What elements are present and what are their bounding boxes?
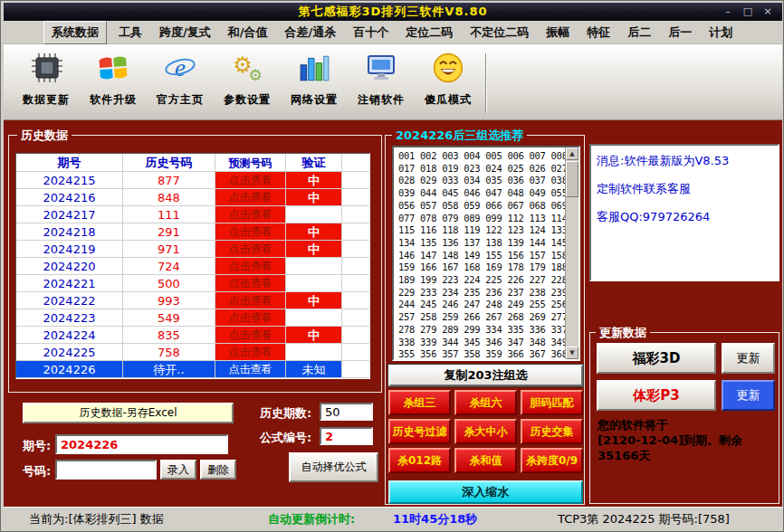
table-header: 期号 历史号码 预测号码 验证 — [16, 154, 369, 172]
enter-button[interactable]: 录入 — [160, 460, 196, 480]
status-current-data: 当前为:[体彩排列三] 数据 — [29, 508, 164, 530]
svg-text:⚙: ⚙ — [248, 66, 262, 84]
menu-tab[interactable]: 百十个 — [348, 21, 394, 44]
toolbar-label: 软件升级 — [90, 92, 137, 108]
table-row: 2024218 291 点击查看 中 — [16, 223, 369, 241]
maximize-button[interactable]: □ — [741, 5, 755, 18]
toolbar-label: 参数设置 — [224, 92, 271, 108]
copy-selection-button[interactable]: 复制203注组选 — [388, 365, 583, 386]
menu-tab[interactable]: 计划 — [703, 21, 738, 44]
status-countdown-label: 自动更新倒计时: — [268, 508, 355, 530]
gears-icon: ⚙⚙ — [214, 50, 281, 90]
menu-tab[interactable]: 不定位二码 — [464, 21, 534, 44]
menu-tab[interactable]: 后二 — [622, 21, 656, 44]
periods-label: 历史期数: — [260, 405, 311, 422]
toolbar-network-button[interactable]: 网络设置 — [281, 50, 348, 108]
scroll-up-icon[interactable]: ▲ — [566, 147, 578, 160]
toolbar: 数据更新 软件升级 e 官方主页 ⚙⚙ 参数设置 网络设置 — [4, 44, 782, 120]
scrollbar[interactable]: ▲ ▼ — [565, 147, 578, 359]
window-title: 第七感福彩3D排列三软件V8.80 — [4, 4, 782, 20]
number-cell: 724 — [123, 258, 215, 275]
scroll-down-icon[interactable]: ▼ — [566, 347, 578, 359]
update-group-title: 更新数据 — [596, 325, 650, 341]
recommend-group-title: 2024226后三组选推荐 — [392, 128, 527, 144]
predict-link[interactable]: 点击查看 — [215, 258, 286, 275]
verify-cell: 中 — [286, 172, 342, 189]
number-input[interactable] — [55, 460, 157, 480]
col-history-number: 历史号码 — [123, 154, 215, 172]
menu-tab[interactable]: 和/合值 — [223, 21, 273, 44]
filter-kill-012-button[interactable]: 杀012路 — [388, 448, 451, 473]
period-cell: 2024223 — [16, 309, 123, 327]
verify-cell — [286, 275, 342, 292]
table-row: 2024224 835 点击查看 中 — [16, 327, 369, 344]
predict-link[interactable]: 点击查看 — [215, 223, 286, 241]
verify-cell: 中 — [286, 327, 342, 344]
filter-kill-group6-button[interactable]: 杀组六 — [454, 390, 517, 415]
toolbar-simple-mode-button[interactable]: 傻瓜模式 — [415, 50, 482, 108]
filter-kill-group3-button[interactable]: 杀组三 — [388, 390, 451, 415]
menu-tab-system-data[interactable]: 系统数据 — [43, 21, 107, 44]
menu-tab[interactable]: 跨度/复式 — [154, 21, 216, 44]
toolbar-data-update-button[interactable]: 数据更新 — [13, 50, 80, 108]
menu-tab[interactable]: 后一 — [663, 21, 697, 44]
predict-link[interactable]: 点击查看 — [215, 327, 286, 344]
delete-button[interactable]: 删除 — [200, 460, 236, 480]
table-row: 2024217 111 点击查看 — [16, 206, 369, 223]
predict-link[interactable]: 点击查看 — [215, 172, 286, 189]
update-fucai-button[interactable]: 更新 — [722, 343, 775, 374]
predict-link[interactable]: 点击查看 — [215, 189, 286, 206]
number-cell: 待开.. — [123, 361, 215, 378]
window-controls: – □ × — [721, 5, 775, 18]
verify-cell — [286, 344, 342, 361]
table-row: 2024219 971 点击查看 中 — [16, 241, 369, 258]
menu-tab[interactable]: 定位二码 — [400, 21, 458, 44]
ticaip3-button[interactable]: 体彩P3 — [597, 380, 716, 411]
toolbar-upgrade-button[interactable]: 软件升级 — [80, 50, 147, 108]
toolbar-separator — [485, 53, 487, 113]
predict-link[interactable]: 点击查看 — [215, 241, 286, 258]
filter-kill-sum-button[interactable]: 杀和值 — [454, 448, 517, 473]
toolbar-logout-button[interactable]: 注销软件 — [348, 50, 415, 108]
minimize-button[interactable]: – — [721, 5, 735, 18]
col-filler — [342, 154, 369, 172]
period-cell: 2024221 — [16, 275, 123, 292]
menu-bar: 系统数据 工具 跨度/复式 和/合值 合差/通杀 百十个 定位二码 不定位二码 … — [4, 21, 782, 44]
filter-kill-span-button[interactable]: 杀跨度0/9 — [521, 448, 583, 473]
recommend-number-list[interactable]: 001 002 003 004 005 006 007 008 017 018 … — [392, 146, 580, 361]
number-cell: 835 — [123, 327, 215, 344]
toolbar-settings-button[interactable]: ⚙⚙ 参数设置 — [214, 50, 281, 108]
update-ticai-button[interactable]: 更新 — [722, 380, 775, 411]
titlebar: 第七感福彩3D排列三软件V8.80 – □ × — [4, 3, 782, 21]
predict-link[interactable]: 点击查看 — [215, 206, 286, 223]
menu-tab[interactable]: 振幅 — [540, 21, 575, 44]
filter-history-filter-button[interactable]: 历史号过滤 — [388, 419, 451, 444]
predict-link[interactable]: 点击查看 — [215, 292, 286, 309]
filter-kill-size-button[interactable]: 杀大中小 — [454, 419, 517, 444]
toolbar-homepage-button[interactable]: e 官方主页 — [147, 50, 214, 108]
menu-tab[interactable]: 合差/通杀 — [280, 21, 342, 44]
predict-link[interactable]: 点击查看 — [215, 309, 286, 327]
period-input[interactable] — [55, 434, 228, 454]
menu-tab[interactable]: 特征 — [581, 21, 616, 44]
export-excel-button[interactable]: 历史数据-另存Excel — [23, 403, 234, 423]
period-cell: 2024216 — [16, 189, 123, 206]
col-period: 期号 — [16, 154, 123, 172]
fucai3d-button[interactable]: 福彩3D — [597, 343, 716, 374]
deep-shrink-button[interactable]: 深入缩水 — [388, 480, 583, 504]
menu-tab[interactable]: 工具 — [113, 21, 148, 44]
close-button[interactable]: × — [760, 5, 775, 18]
predict-link[interactable]: 点击查看 — [215, 361, 286, 378]
license-expire-text: 您的软件将于 [2120-12-04]到期。剩余 35166天 — [598, 417, 774, 463]
predict-link[interactable]: 点击查看 — [215, 275, 286, 292]
filter-history-intersect-button[interactable]: 历史交集 — [521, 419, 583, 444]
predict-link[interactable]: 点击查看 — [215, 344, 286, 361]
periods-input[interactable] — [320, 403, 373, 421]
auto-formula-button[interactable]: 自动择优公式 — [289, 452, 378, 482]
number-cell: 993 — [123, 292, 215, 309]
filter-danma-match-button[interactable]: 胆码匹配 — [521, 390, 583, 415]
formula-input[interactable] — [320, 427, 373, 445]
number-cell: 500 — [123, 275, 215, 292]
scroll-thumb[interactable] — [566, 161, 578, 197]
table-row: 2024220 724 点击查看 — [16, 258, 369, 275]
